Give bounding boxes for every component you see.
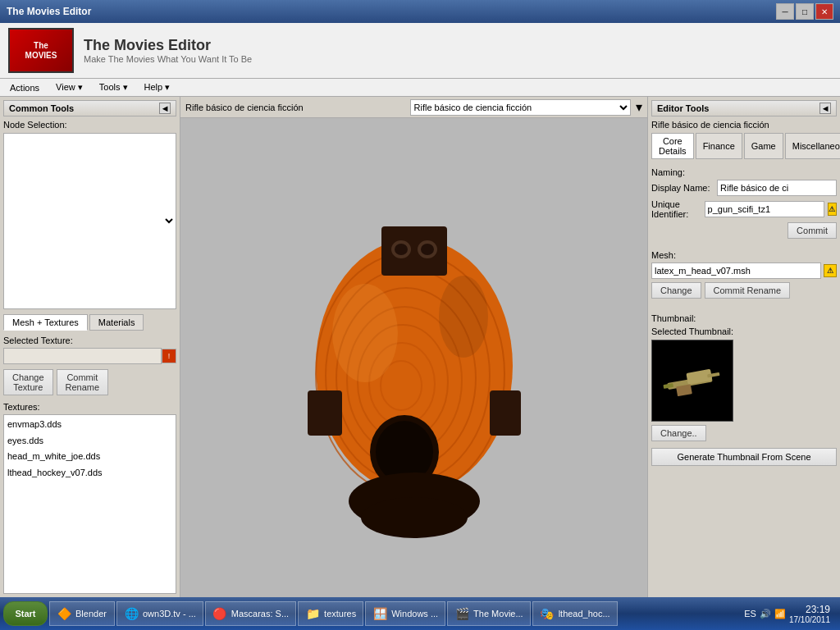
app-header: TheMOVIES The Movies Editor Make The Mov… bbox=[0, 23, 840, 79]
commit-row: Commit bbox=[651, 222, 837, 239]
dropdown-arrow[interactable]: ▾ bbox=[636, 99, 642, 115]
taskbar-item-blender[interactable]: 🔶 Blender bbox=[49, 601, 115, 626]
left-panel: Common Tools ◀ Node Selection: Mesh + Te… bbox=[0, 97, 180, 597]
start-button[interactable]: Start bbox=[3, 601, 48, 626]
display-name-input[interactable] bbox=[717, 180, 837, 196]
mesh-materials-tabs: Mesh + Textures Materials bbox=[3, 314, 176, 331]
textures-label: Textures: bbox=[3, 402, 176, 412]
change-texture-button[interactable]: ChangeTexture bbox=[3, 369, 53, 395]
commit-rename-right-button[interactable]: Commit Rename bbox=[705, 282, 791, 299]
svg-rect-19 bbox=[490, 390, 521, 436]
texture-btn-row: ChangeTexture CommitRename bbox=[3, 369, 176, 395]
center-panel: Rifle básico de ciencia ficción Rifle bá… bbox=[180, 97, 647, 597]
tab-game[interactable]: Game bbox=[744, 133, 783, 159]
svg-point-14 bbox=[395, 244, 408, 255]
svg-point-17 bbox=[361, 497, 468, 538]
center-title: Rifle básico de ciencia ficción bbox=[185, 103, 405, 112]
thumbnail-section-label: Thumbnail: bbox=[651, 313, 837, 323]
tab-finance[interactable]: Finance bbox=[696, 133, 742, 159]
svg-point-15 bbox=[421, 244, 434, 255]
tab-miscellaneous[interactable]: Miscellaneous bbox=[785, 133, 840, 159]
editor-tools-header: Editor Tools ◀ bbox=[651, 100, 837, 116]
tab-materials[interactable]: Materials bbox=[89, 314, 144, 331]
mesh-label: Mesh: bbox=[651, 250, 837, 260]
taskbar-item-mascaras[interactable]: 🔴 Mascaras: S... bbox=[205, 601, 296, 626]
viewport[interactable] bbox=[180, 118, 647, 597]
selected-thumbnail-label: Selected Thumbnail: bbox=[651, 326, 837, 336]
panel-collapse-icon[interactable]: ◀ bbox=[159, 103, 171, 114]
taskbar-item-textures[interactable]: 📁 textures bbox=[298, 601, 363, 626]
list-item[interactable]: eyes.dds bbox=[6, 433, 174, 450]
app-title: The Movies Editor bbox=[84, 37, 252, 54]
center-toolbar: Rifle básico de ciencia ficción Rifle bá… bbox=[180, 97, 647, 118]
svg-point-21 bbox=[439, 276, 488, 358]
list-item[interactable]: envmap3.dds bbox=[6, 417, 174, 433]
mesh-input[interactable] bbox=[651, 262, 821, 279]
center-dropdown[interactable]: Rifle básico de ciencia ficción bbox=[410, 99, 632, 116]
own3d-icon: 🌐 bbox=[124, 606, 139, 621]
display-name-row: Display Name: bbox=[651, 180, 837, 196]
change-mesh-button[interactable]: Change bbox=[651, 282, 701, 299]
commit-rename-left-button[interactable]: CommitRename bbox=[57, 369, 109, 395]
sys-lang: ES bbox=[744, 609, 756, 619]
speaker-icon: 🔊 bbox=[760, 609, 771, 619]
right-panel-collapse-icon[interactable]: ◀ bbox=[819, 103, 831, 114]
close-button[interactable]: ✕ bbox=[815, 3, 833, 20]
menu-bar: Actions View ▾ Tools ▾ Help ▾ bbox=[0, 79, 840, 97]
texture-list: envmap3.dds eyes.dds head_m_white_joe.dd… bbox=[3, 414, 176, 594]
menu-actions[interactable]: Actions bbox=[3, 81, 46, 94]
blender-icon: 🔶 bbox=[57, 606, 71, 621]
mesh-section: Mesh: ⚠ Change Commit Rename bbox=[651, 247, 837, 305]
tab-mesh-textures[interactable]: Mesh + Textures bbox=[3, 314, 88, 331]
svg-point-20 bbox=[332, 284, 398, 382]
taskbar-sys: ES 🔊 📶 23:19 17/10/2011 bbox=[737, 604, 837, 624]
thumbnail-gun-svg bbox=[655, 360, 729, 401]
selected-texture-label: Selected Texture: bbox=[3, 336, 176, 345]
texture-warning-icon: ! bbox=[162, 349, 176, 363]
node-dropdown[interactable] bbox=[3, 133, 176, 309]
windows-icon: 🪟 bbox=[372, 606, 387, 621]
node-selection-label: Node Selection: bbox=[3, 120, 67, 130]
time-display: 23:19 bbox=[789, 604, 830, 615]
network-icon: 📶 bbox=[774, 609, 786, 619]
menu-view[interactable]: View ▾ bbox=[49, 80, 89, 94]
naming-section-label: Naming: bbox=[651, 167, 837, 177]
textures-icon: 📁 bbox=[305, 606, 320, 621]
node-selection-row: Node Selection: bbox=[3, 120, 176, 130]
title-bar: The Movies Editor ─ □ ✕ bbox=[0, 0, 840, 23]
window-title: The Movies Editor bbox=[7, 6, 91, 17]
taskbar-item-windows[interactable]: 🪟 Windows ... bbox=[365, 601, 445, 626]
app-logo: TheMOVIES bbox=[8, 28, 74, 73]
lthead-icon: 🎭 bbox=[540, 606, 555, 621]
mesh-btn-row: Change Commit Rename bbox=[651, 282, 837, 299]
list-item[interactable]: lthead_hockey_v07.dds bbox=[6, 465, 174, 482]
time-block: 23:19 17/10/2011 bbox=[789, 604, 830, 624]
right-item-title: Rifle básico de ciencia ficción bbox=[651, 120, 837, 130]
taskbar-item-lthead[interactable]: 🎭 lthead_hoc... bbox=[532, 601, 618, 626]
uid-row: Unique Identifier: ⚠ bbox=[651, 199, 837, 219]
uid-input[interactable] bbox=[705, 201, 824, 217]
taskbar-item-movies[interactable]: 🎬 The Movie... bbox=[447, 601, 531, 626]
3d-viewport-svg bbox=[283, 153, 546, 563]
display-name-label: Display Name: bbox=[651, 183, 714, 193]
svg-rect-11 bbox=[381, 226, 447, 276]
generate-thumbnail-button[interactable]: Generate Thumbnail From Scene bbox=[651, 448, 837, 466]
taskbar: Start 🔶 Blender 🌐 own3D.tv - ... 🔴 Masca… bbox=[0, 597, 840, 630]
mesh-input-row: ⚠ bbox=[651, 262, 837, 279]
mascaras-icon: 🔴 bbox=[212, 606, 227, 621]
uid-label: Unique Identifier: bbox=[651, 199, 701, 219]
maximize-button[interactable]: □ bbox=[796, 3, 814, 20]
menu-tools[interactable]: Tools ▾ bbox=[93, 80, 135, 94]
taskbar-item-own3d[interactable]: 🌐 own3D.tv - ... bbox=[116, 601, 203, 626]
commit-button[interactable]: Commit bbox=[788, 222, 837, 239]
list-item[interactable]: head_m_white_joe.dds bbox=[6, 449, 174, 465]
thumbnail-section: Thumbnail: Selected Thumbnail: Change. bbox=[651, 310, 837, 441]
right-panel: Editor Tools ◀ Rifle básico de ciencia f… bbox=[647, 97, 840, 597]
tab-core-details[interactable]: Core Details bbox=[651, 133, 694, 159]
app-subtitle: Make The Movies What You Want It To Be bbox=[84, 54, 252, 64]
texture-input[interactable] bbox=[3, 348, 162, 364]
minimize-button[interactable]: ─ bbox=[776, 3, 794, 20]
movies-icon: 🎬 bbox=[454, 606, 469, 621]
change-thumbnail-button[interactable]: Change.. bbox=[651, 425, 706, 441]
menu-help[interactable]: Help ▾ bbox=[138, 80, 177, 94]
